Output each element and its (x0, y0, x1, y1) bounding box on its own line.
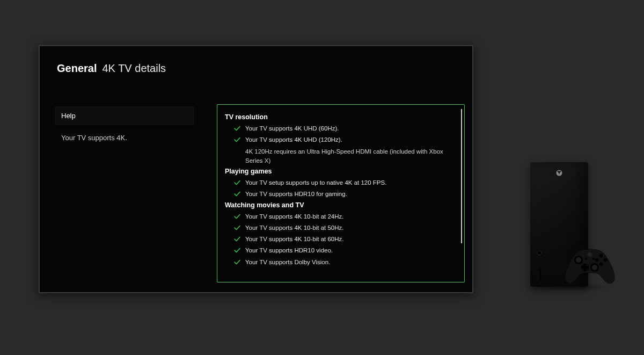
sidebar-item-help[interactable]: Help (55, 106, 194, 125)
xbox-controller (562, 246, 617, 286)
capability-text: Your TV supports 4K UHD (120Hz). (245, 135, 342, 144)
check-icon (233, 179, 241, 186)
breadcrumb: General 4K TV details (57, 62, 166, 75)
capability-text: Your TV supports HDR10 video. (245, 246, 333, 255)
check-icon (233, 258, 241, 266)
scrollbar[interactable] (461, 109, 462, 243)
check-icon (233, 224, 241, 231)
check-icon (233, 190, 241, 198)
capability-text: Your TV supports 4K 10-bit at 24Hz. (245, 212, 343, 221)
capability-text: Your TV supports HDR10 for gaming. (245, 190, 347, 199)
xbox-logo-icon (556, 169, 562, 175)
tv-screen: General 4K TV details Help Your TV suppo… (39, 45, 473, 293)
capability-text: Your TV setup supports up to native 4K a… (245, 178, 386, 187)
check-icon (233, 136, 241, 143)
svg-point-12 (588, 252, 592, 257)
sidebar-status-text: Your TV supports 4K. (55, 128, 194, 147)
capability-row: Your TV supports 4K UHD (120Hz). (233, 135, 457, 144)
capability-text: Your TV supports 4K 10-bit at 60Hz. (245, 235, 343, 244)
sidebar-item-label: Help (61, 112, 76, 120)
svg-point-9 (604, 258, 607, 262)
usb-port-icon (540, 270, 541, 280)
svg-rect-7 (581, 266, 589, 269)
capability-row: Your TV setup supports up to native 4K a… (233, 178, 457, 187)
svg-point-4 (592, 265, 597, 270)
capability-row: Your TV supports 4K 10-bit at 60Hz. (233, 235, 457, 244)
capability-row: Your TV supports 4K 10-bit at 24Hz. (233, 212, 457, 221)
svg-point-11 (595, 258, 598, 262)
capability-row: Your TV supports 4K 10-bit at 50Hz. (233, 223, 457, 233)
capability-text: 4K 120Hz requires an Ultra High-Speed HD… (245, 147, 457, 166)
breadcrumb-sub: 4K TV details (102, 62, 166, 75)
section-title-tv-resolution: TV resolution (225, 113, 457, 121)
check-icon (233, 213, 241, 220)
disc-slot-icon (536, 249, 543, 257)
details-panel[interactable]: TV resolution Your TV supports 4K UHD (6… (217, 104, 465, 282)
svg-point-8 (599, 254, 603, 257)
svg-point-2 (576, 257, 581, 263)
capability-row: Your TV supports HDR10 for gaming. (233, 190, 457, 199)
check-icon (233, 235, 241, 243)
check-icon (233, 125, 241, 132)
capability-row: Your TV supports HDR10 video. (233, 246, 457, 255)
capability-text: Your TV supports 4K UHD (60Hz). (245, 124, 339, 133)
sidebar: Help Your TV supports 4K. (55, 106, 194, 147)
section-title-playing-games: Playing games (225, 168, 457, 175)
svg-point-13 (585, 258, 587, 260)
capability-note: 4K 120Hz requires an Ultra High-Speed HD… (245, 147, 457, 166)
capability-text: Your TV supports 4K 10-bit at 50Hz. (245, 223, 343, 233)
capability-text: Your TV supports Dolby Vision. (245, 258, 330, 267)
svg-point-10 (599, 263, 603, 266)
breadcrumb-main: General (57, 62, 97, 75)
svg-point-14 (592, 258, 595, 260)
capability-row: Your TV supports Dolby Vision. (233, 258, 457, 267)
capability-row: Your TV supports 4K UHD (60Hz). (233, 124, 457, 133)
check-icon (233, 247, 241, 254)
section-title-watching: Watching movies and TV (225, 201, 457, 209)
